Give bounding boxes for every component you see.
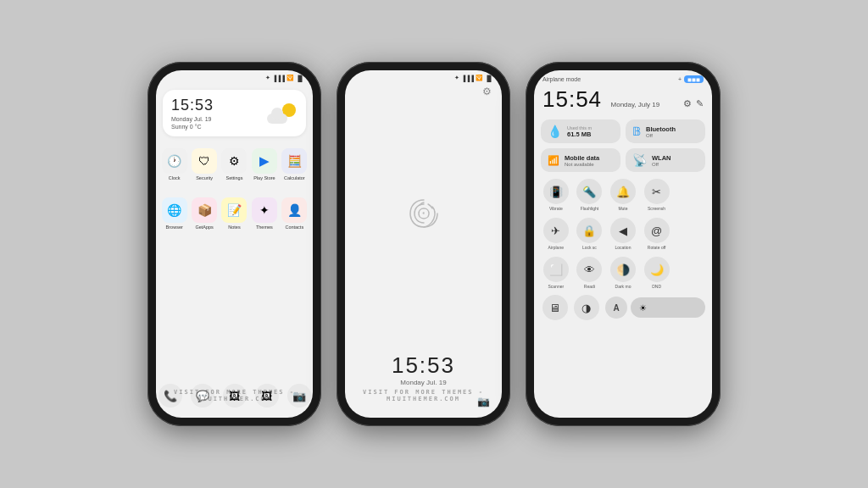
phone-2: ✦ ▐▐▐ 🛜 ▐▌ ⚙ (337, 62, 510, 426)
location-item[interactable]: ◀ Location (608, 218, 638, 250)
lockscreen-item[interactable]: 🔒 Lock sc (575, 218, 605, 250)
calculator-icon: 🧮 (281, 148, 307, 174)
security-icon: 🛡 (192, 148, 217, 174)
watermark-2: VISIT FOR MORE THEMES - MIUITHEMER.COM (345, 389, 502, 402)
mobile-data-tile[interactable]: 📶 Mobile data Not available (541, 148, 620, 172)
app-settings[interactable]: ⚙ Settings (221, 148, 248, 180)
control-center: Airplane mode + ◼◼◼ 15:54 Monday, July 1… (534, 70, 712, 418)
contrast-item[interactable]: ◑ (572, 295, 600, 320)
darkmode-icon: 🌗 (610, 257, 636, 282)
flashlight-icon: 🔦 (576, 179, 602, 204)
mobile-data-icon: 📶 (548, 155, 559, 166)
scanner-icon: ⬜ (543, 257, 569, 282)
signal-icon-2: ▐▐▐ (461, 75, 474, 81)
data-usage-tile[interactable]: 💧 Used this m 61.5 MB (541, 119, 620, 143)
screenshot-item[interactable]: ✂ Screensh (642, 179, 672, 211)
brightness-sun-icon: ☀ (639, 303, 647, 313)
app-notes[interactable]: 📝 Notes (221, 197, 248, 230)
lockscreen-label: Lock sc (582, 245, 597, 250)
lock-screen: ✦ ▐▐▐ 🛜 ▐▌ ⚙ (345, 70, 502, 418)
reading-item[interactable]: 👁 Readi (575, 257, 605, 289)
bluetooth-label: Bluetooth (646, 125, 676, 133)
app-playstore[interactable]: ▶ Play Store (251, 148, 277, 180)
cc-date: Monday, July 19 (611, 101, 660, 108)
brightness-slider[interactable]: ☀ (631, 297, 705, 318)
mute-icon: 🔔 (610, 179, 636, 204)
cc-time: 15:54 (542, 86, 602, 112)
settings-icon: ⚙ (221, 148, 247, 174)
wlan-icon: 📡 (632, 153, 647, 167)
weather-widget[interactable]: 15:53 Monday Jul. 19 Sunny 0 °C (163, 90, 306, 136)
lock-date: Monday Jul. 19 (392, 379, 455, 386)
mute-item[interactable]: 🔔 Mute (608, 179, 638, 211)
lock-settings-icon[interactable]: ⚙ (482, 86, 492, 97)
cc-header: Airplane mode + ◼◼◼ (534, 70, 712, 85)
battery-badge: ◼◼◼ (684, 75, 704, 83)
rotate-icon: @ (644, 218, 670, 243)
notes-icon: 📝 (221, 197, 247, 223)
battery-icon: ▐▌ (296, 75, 304, 81)
app-getapps[interactable]: 📦 GetApps (191, 197, 217, 230)
weather-day: Monday Jul. 19 (171, 116, 214, 122)
app-calculator-label: Calculator (284, 175, 305, 180)
vibrate-icon: 📳 (543, 179, 569, 204)
wifi-icon-2: 🛜 (476, 75, 483, 81)
weather-time: 15:53 (171, 97, 214, 114)
signal-icon: ▐▐▐ (272, 75, 285, 81)
screen-item[interactable]: 🖥 (541, 295, 569, 320)
dnd-icon: 🌙 (644, 257, 670, 282)
edit-icon[interactable]: ✎ (696, 98, 704, 109)
clock-icon: 🕐 (162, 148, 187, 174)
mobile-data-label: Mobile data (565, 154, 599, 162)
airplane-mode-label: Airplane mode (542, 76, 581, 82)
font-small-btn[interactable]: A (605, 297, 627, 319)
mobile-data-status: Not available (565, 162, 599, 167)
vibrate-label: Vibrate (549, 206, 563, 211)
dnd-label: DND (652, 284, 661, 289)
getapps-icon: 📦 (192, 197, 217, 223)
icon-row-1: 📳 Vibrate 🔦 Flashlight 🔔 Mute ✂ Screensh (534, 175, 712, 214)
airplane-item[interactable]: ✈ Airplane (541, 218, 571, 250)
app-themes[interactable]: ✦ Themes (251, 197, 277, 230)
add-icon[interactable]: + (678, 76, 682, 82)
scanner-item[interactable]: ⬜ Scanner (541, 257, 571, 289)
app-security[interactable]: 🛡 Security (191, 148, 217, 180)
darkmode-item[interactable]: 🌗 Dark mo (608, 257, 638, 289)
airplane-icon: ✈ (543, 218, 569, 243)
quick-tiles: 💧 Used this m 61.5 MB 𝔹 Bluetooth Off 📶 … (534, 116, 712, 175)
rotate-item[interactable]: @ Rotate off (642, 218, 672, 250)
app-playstore-label: Play Store (253, 175, 275, 180)
scanner-label: Scanner (548, 284, 564, 289)
fingerprint-area[interactable] (403, 83, 444, 352)
app-clock-label: Clock (169, 175, 181, 180)
app-contacts[interactable]: 👤 Contacts (281, 197, 308, 230)
playstore-icon: ▶ (252, 148, 277, 174)
screenshot-label: Screensh (648, 206, 665, 211)
app-calculator[interactable]: 🧮 Calculator (281, 148, 308, 180)
bluetooth-icon: ✦ (265, 75, 270, 81)
cc-time-row: 15:54 Monday, July 19 ⚙ ✎ (534, 85, 712, 114)
dnd-item[interactable]: 🌙 DND (642, 257, 672, 289)
calendar-icon[interactable]: ⚙ (683, 98, 692, 109)
bluetooth-tile-icon: 𝔹 (632, 125, 641, 138)
wlan-label: WLAN (652, 154, 671, 162)
app-grid-row2: 🌐 Browser 📦 GetApps 📝 Notes ✦ Themes 👤 C… (156, 192, 313, 235)
app-themes-label: Themes (256, 225, 273, 230)
bluetooth-icon-2: ✦ (454, 75, 459, 81)
vibrate-item[interactable]: 📳 Vibrate (541, 179, 571, 211)
flashlight-item[interactable]: 🔦 Flashlight (575, 179, 605, 211)
lock-time: 15:53 (392, 352, 455, 379)
reading-icon: 👁 (576, 257, 602, 282)
app-getapps-label: GetApps (195, 225, 213, 230)
data-usage-icon: 💧 (548, 125, 562, 138)
app-browser-label: Browser (166, 225, 183, 230)
bluetooth-tile[interactable]: 𝔹 Bluetooth Off (626, 119, 705, 143)
phone-1: ✦ ▐▐▐ 🛜 ▐▌ 15:53 Monday Jul. 19 Sunny 0 … (147, 62, 321, 426)
app-clock[interactable]: 🕐 Clock (161, 148, 187, 180)
wlan-tile[interactable]: 📡 WLAN Off (626, 148, 705, 172)
screenshot-icon: ✂ (644, 179, 670, 204)
app-browser[interactable]: 🌐 Browser (161, 197, 187, 230)
airplane-label: Airplane (548, 245, 564, 250)
app-grid-row1: 🕐 Clock 🛡 Security ⚙ Settings ▶ Play Sto… (156, 143, 313, 186)
home-screen: ✦ ▐▐▐ 🛜 ▐▌ 15:53 Monday Jul. 19 Sunny 0 … (156, 70, 313, 418)
